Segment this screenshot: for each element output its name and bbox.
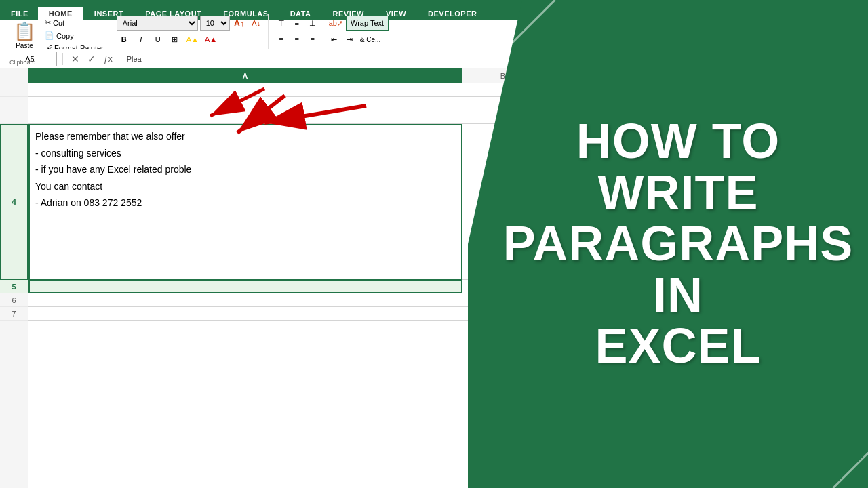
col-header-a[interactable]: A	[28, 68, 462, 83]
cut-button[interactable]: ✂ Cut	[42, 17, 106, 28]
underline-button[interactable]: U	[151, 32, 165, 47]
bold-button[interactable]: B	[117, 32, 132, 47]
copy-button[interactable]: 📄 Copy	[42, 30, 106, 41]
row-num-6[interactable]: 6	[0, 293, 28, 307]
cell-a5[interactable]	[28, 280, 462, 293]
clipboard-mini-buttons: ✂ Cut 📄 Copy 🖌 Format Painter	[42, 17, 106, 54]
align-row-1: ⊤ ≡ ⊥ ab↗ Wrap Text	[274, 16, 389, 30]
cell-a3[interactable]	[28, 110, 462, 124]
row-num-2	[0, 97, 28, 110]
align-top-button[interactable]: ⊤	[274, 16, 289, 30]
grow-font-button[interactable]: A↑	[232, 16, 247, 30]
green-panel: HOW TO WRITE PARAGRAPHS IN EXCEL	[468, 0, 868, 488]
align-right-button[interactable]: ≡	[305, 32, 320, 47]
font-name-row: Arial 10 A↑ A↓	[117, 16, 264, 30]
row-num-7[interactable]: 7	[0, 307, 28, 321]
panel-line-bottom-right	[832, 392, 868, 488]
font-family-select[interactable]: Arial	[117, 16, 198, 30]
paste-icon: 📋	[14, 21, 35, 42]
cut-label: Cut	[53, 19, 64, 27]
cell-a6[interactable]	[28, 293, 462, 307]
insert-function-button[interactable]: ƒx	[101, 54, 115, 64]
decrease-indent-button[interactable]: ⇤	[327, 32, 342, 47]
align-bottom-button[interactable]: ⊥	[305, 16, 320, 30]
copy-icon: 📄	[45, 31, 54, 40]
clipboard-group-label: Clipboard	[9, 59, 36, 66]
panel-inner: HOW TO WRITE PARAGRAPHS IN EXCEL	[449, 89, 868, 399]
merge-cells-button[interactable]: & Ce...	[358, 32, 383, 47]
paste-button[interactable]: 📋 Paste	[9, 17, 39, 54]
confirm-formula-button[interactable]: ✓	[85, 54, 98, 64]
cut-icon: ✂	[45, 18, 51, 27]
align-row-2: ≡ ≡ ≡ ⇤ ⇥ & Ce...	[274, 32, 389, 47]
tab-developer[interactable]: DEVELOPER	[417, 7, 488, 20]
font-style-row: B I U ⊞ A▲ A▲	[117, 32, 264, 47]
fill-color-button[interactable]: A▲	[184, 32, 201, 47]
row-num-1	[0, 83, 28, 97]
align-middle-button[interactable]: ≡	[290, 16, 304, 30]
font-color-button[interactable]: A▲	[203, 32, 219, 47]
italic-button[interactable]: I	[134, 32, 149, 47]
formula-divider	[62, 53, 63, 65]
copy-label: Copy	[56, 32, 74, 40]
row-num-5[interactable]: 5	[0, 280, 28, 293]
angle-text-button[interactable]: ab↗	[327, 16, 345, 30]
cell-a7[interactable]	[28, 307, 462, 321]
align-center-button[interactable]: ≡	[290, 32, 304, 47]
formula-divider-2	[121, 53, 121, 65]
font-size-select[interactable]: 10	[200, 16, 230, 30]
cancel-formula-button[interactable]: ✕	[68, 54, 82, 64]
row-num-4[interactable]: 4	[0, 124, 28, 280]
shrink-font-button[interactable]: A↓	[249, 16, 264, 30]
title-line3: EXCEL	[595, 319, 761, 373]
row-num-header	[0, 68, 28, 83]
row-numbers: 4 5 6 7	[0, 68, 28, 488]
cell-a2[interactable]	[28, 97, 462, 110]
cell-a1[interactable]	[28, 83, 462, 97]
border-button[interactable]: ⊞	[167, 32, 182, 47]
align-left-button[interactable]: ≡	[274, 32, 289, 47]
title-line1: HOW TO WRITE	[576, 114, 781, 220]
cell-a4[interactable]: Please remember that we also offer- cons…	[28, 124, 462, 280]
cell-a4-text: Please remember that we also offer- cons…	[35, 128, 456, 211]
increase-indent-button[interactable]: ⇥	[342, 32, 357, 47]
paste-label: Paste	[16, 42, 33, 49]
row-num-3	[0, 110, 28, 124]
panel-title: HOW TO WRITE PARAGRAPHS IN EXCEL	[503, 116, 854, 372]
title-line2: PARAGRAPHS IN	[503, 216, 854, 322]
wrap-text-button[interactable]: Wrap Text	[346, 16, 389, 30]
